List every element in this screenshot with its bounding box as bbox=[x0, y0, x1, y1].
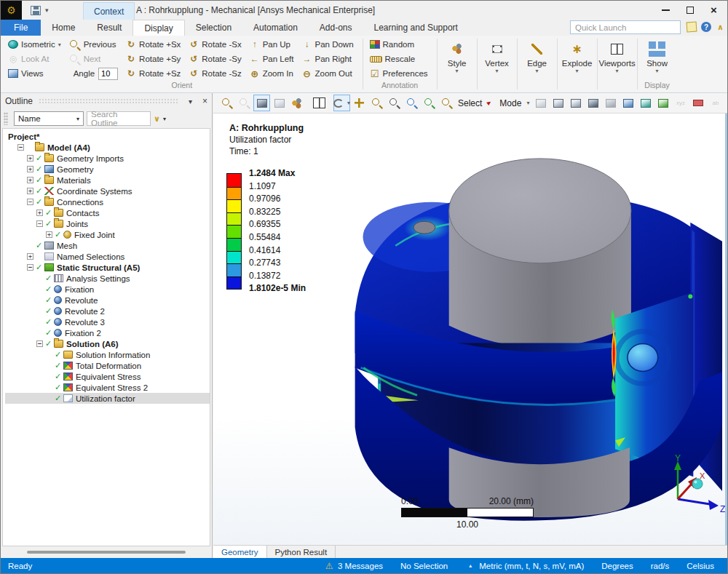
tree-item-total-deformation[interactable]: ✓Total Deformation bbox=[5, 360, 210, 371]
tree-item-materials[interactable]: +✓Materials bbox=[5, 175, 210, 186]
tree-item-static-structural-a5[interactable]: −✓Static Structural (A5) bbox=[5, 262, 210, 273]
search-outline-input[interactable]: Search Outline bbox=[87, 111, 151, 126]
tree-item-geometry[interactable]: +✓Geometry bbox=[5, 164, 210, 175]
tree-expander-icon[interactable]: + bbox=[27, 188, 33, 194]
tree-item-equivalent-stress-2[interactable]: ✓Equivalent Stress 2 bbox=[5, 382, 210, 393]
ribbon-item-zoom-in[interactable]: ⊕Zoom In bbox=[247, 66, 299, 81]
tree-item-revolute-3[interactable]: ✓Revolute 3 bbox=[5, 316, 210, 327]
close-panel-icon[interactable]: × bbox=[202, 96, 207, 106]
zoom-fit-button[interactable] bbox=[403, 95, 420, 111]
help-icon[interactable]: ? bbox=[701, 22, 711, 32]
ribbon-item-look-at[interactable]: ◎Look At bbox=[5, 52, 66, 66]
shaded-exterior-button[interactable] bbox=[253, 95, 270, 111]
angle-input[interactable] bbox=[98, 68, 118, 80]
abc-button[interactable]: ab bbox=[707, 95, 724, 111]
tree-expander-icon[interactable]: + bbox=[27, 177, 33, 183]
quick-launch-input[interactable]: Quick Launch bbox=[570, 20, 681, 34]
tree-expander-icon[interactable]: − bbox=[27, 199, 33, 205]
maximize-button[interactable] bbox=[678, 1, 702, 19]
filter-face-button[interactable] bbox=[550, 95, 566, 111]
filter-body-button[interactable] bbox=[532, 95, 549, 111]
ribbon-item-rotate-sx[interactable]: ↺Rotate -Sx bbox=[186, 37, 246, 52]
filter-vertex-button[interactable] bbox=[585, 95, 601, 111]
ribbon-item-rotate-sz[interactable]: ↻Rotate +Sz bbox=[123, 66, 186, 81]
tree-item-revolute-2[interactable]: ✓Revolute 2 bbox=[5, 306, 210, 316]
tree-item-model-a4[interactable]: −Model (A4) bbox=[5, 142, 210, 153]
status-no-selection[interactable]: No Selection bbox=[400, 562, 448, 570]
ribbon-item-angle[interactable]: Angle bbox=[66, 66, 123, 81]
ribbon-item-pan-down[interactable]: ↓Pan Down bbox=[298, 37, 358, 52]
filter-element-face-button[interactable] bbox=[654, 95, 671, 111]
tab-learning-and-support[interactable]: Learning and Support bbox=[363, 20, 469, 36]
status-metric-mm-t-n-s-mv-ma[interactable]: ▲Metric (mm, t, N, s, mV, mA) bbox=[465, 560, 584, 571]
tree-expander-icon[interactable]: − bbox=[27, 264, 33, 271]
tree-item-project[interactable]: Project* bbox=[5, 131, 210, 142]
tree-item-fixation-2[interactable]: ✓Fixation 2 bbox=[5, 327, 210, 338]
zoom-undo-button[interactable] bbox=[218, 95, 235, 111]
ribbon-item-random[interactable]: Random bbox=[367, 37, 433, 52]
zoom-sel-button[interactable] bbox=[421, 95, 438, 111]
status-degrees[interactable]: Degrees bbox=[601, 562, 633, 570]
tree-item-contacts[interactable]: +✓Contacts bbox=[5, 207, 210, 218]
viewport-tab-python-result[interactable]: Python Result bbox=[267, 546, 336, 558]
feedback-note-icon[interactable] bbox=[687, 22, 697, 33]
select-button[interactable]: Select► bbox=[456, 97, 496, 108]
tree-expander-icon[interactable]: + bbox=[27, 166, 33, 172]
outline-scrollbar[interactable] bbox=[1, 546, 212, 558]
tree-expander-icon[interactable]: − bbox=[17, 144, 24, 151]
zoom-mode-button[interactable] bbox=[368, 95, 385, 111]
rotate-mode-button[interactable]: ▾ bbox=[333, 95, 350, 111]
filter-node-button[interactable] bbox=[620, 95, 636, 111]
ribbon-item-preferences[interactable]: ☑Preferences bbox=[367, 66, 433, 81]
tree-item-analysis-settings[interactable]: ✓Analysis Settings bbox=[5, 273, 210, 284]
tab-display[interactable]: Display bbox=[132, 20, 184, 36]
collapse-ribbon-icon[interactable]: ∧ bbox=[717, 23, 724, 32]
tree-item-named-selections[interactable]: +Named Selections bbox=[5, 251, 210, 262]
filter-mesh-button[interactable] bbox=[602, 95, 619, 111]
ribbon-item-next[interactable]: Next bbox=[66, 52, 123, 66]
tree-item-coordinate-systems[interactable]: +✓Coordinate Systems bbox=[5, 186, 210, 196]
shaded-gray-button[interactable] bbox=[271, 95, 288, 111]
ribbon-item-rotate-sx[interactable]: ↻Rotate +Sx bbox=[123, 37, 186, 52]
style-paint-button[interactable] bbox=[288, 95, 305, 111]
tree-item-fixation[interactable]: ✓Fixation bbox=[5, 284, 210, 295]
tree-expander-icon[interactable]: + bbox=[46, 231, 52, 238]
tree-item-geometry-imports[interactable]: +✓Geometry Imports bbox=[5, 153, 210, 164]
tab-result[interactable]: Result bbox=[86, 20, 132, 36]
status-3-messages[interactable]: ⚠3 Messages bbox=[324, 560, 383, 571]
tree-item-utilization-factor[interactable]: ✓Utilization factor bbox=[5, 393, 210, 404]
axis-triad[interactable]: Y Z X bbox=[656, 453, 726, 514]
outline-menu-icon[interactable]: ▾ bbox=[189, 97, 192, 105]
zoom-prev2-button[interactable] bbox=[438, 95, 455, 111]
ribbon-item-rotate-sy[interactable]: ↻Rotate +Sy bbox=[123, 52, 186, 66]
filter-options-icon[interactable]: ▾ bbox=[163, 116, 166, 122]
minimize-button[interactable] bbox=[654, 1, 678, 19]
tab-selection[interactable]: Selection bbox=[185, 20, 242, 36]
tab-add-ons[interactable]: Add-ons bbox=[309, 20, 363, 36]
close-button[interactable]: × bbox=[702, 1, 726, 19]
tree-item-revolute[interactable]: ✓Revolute bbox=[5, 295, 210, 306]
button-explode[interactable]: ∗Explode▾ bbox=[560, 36, 595, 81]
pan-mode-button[interactable] bbox=[351, 95, 368, 111]
tree-expander-icon[interactable]: + bbox=[27, 155, 33, 162]
tree-expander-icon[interactable]: + bbox=[27, 253, 33, 260]
filter-element-button[interactable] bbox=[637, 95, 654, 111]
ribbon-item-rotate-sy[interactable]: ↺Rotate -Sy bbox=[186, 52, 246, 66]
button-style[interactable]: Style▾ bbox=[440, 36, 475, 81]
tree-expander-icon[interactable]: + bbox=[36, 210, 43, 216]
ribbon-item-isometric[interactable]: Isometric▾ bbox=[5, 37, 66, 52]
ribbon-item-previous[interactable]: Previous bbox=[66, 37, 123, 52]
ribbon-item-pan-left[interactable]: ←Pan Left bbox=[247, 52, 299, 66]
quick-access-dropdown-icon[interactable]: ▾ bbox=[45, 7, 49, 14]
ribbon-item-rescale[interactable]: Rescale bbox=[367, 52, 433, 66]
ribbon-item-pan-up[interactable]: ↑Pan Up bbox=[247, 37, 299, 52]
ribbon-item-pan-right[interactable]: →Pan Right bbox=[298, 52, 358, 66]
button-edge[interactable]: Edge▾ bbox=[520, 36, 555, 81]
tab-file[interactable]: File bbox=[1, 20, 41, 36]
ribbon-item-zoom-out[interactable]: ⊖Zoom Out bbox=[298, 66, 358, 81]
viewport-tab-geometry[interactable]: Geometry bbox=[213, 546, 267, 558]
ribbon-item-views[interactable]: Views bbox=[5, 66, 66, 81]
mode-dropdown[interactable]: Mode▾ bbox=[497, 98, 531, 108]
tree-item-mesh[interactable]: ✓Mesh bbox=[5, 240, 210, 251]
tree-item-equivalent-stress[interactable]: ✓Equivalent Stress bbox=[5, 371, 210, 382]
